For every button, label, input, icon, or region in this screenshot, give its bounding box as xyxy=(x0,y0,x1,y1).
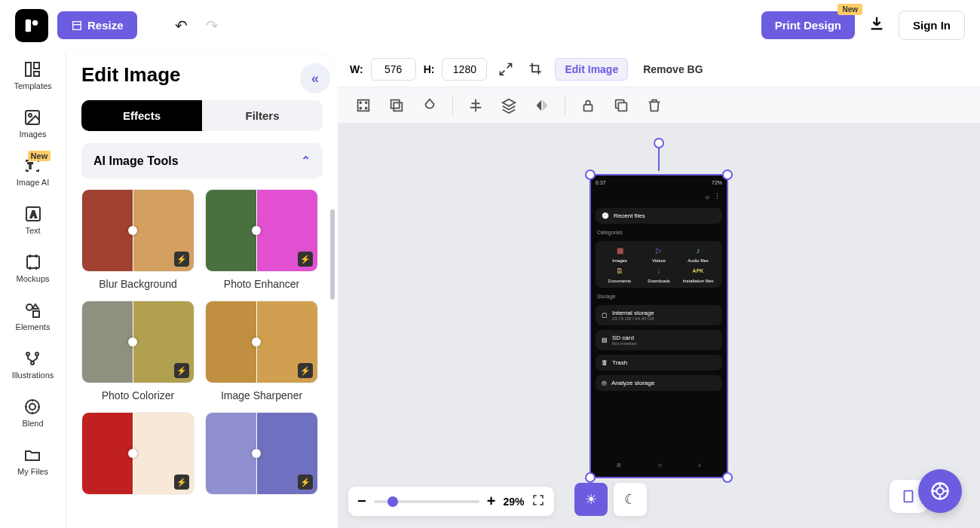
tool-photo-colorizer[interactable]: Photo Colorizer xyxy=(81,301,194,401)
leftnav: Templates Images New T Image AI A Text M… xyxy=(0,51,66,528)
tool-thumb xyxy=(205,301,318,383)
svg-point-30 xyxy=(936,487,943,494)
align-icon[interactable] xyxy=(462,92,489,119)
help-fab[interactable] xyxy=(918,469,962,513)
new-badge: New xyxy=(838,4,862,15)
tool-card[interactable] xyxy=(205,412,318,495)
svg-rect-11 xyxy=(27,256,39,268)
resize-handle[interactable] xyxy=(722,472,733,483)
tool-card[interactable] xyxy=(81,412,194,495)
svg-point-18 xyxy=(29,404,35,410)
tool-photo-enhancer[interactable]: Photo Enhancer xyxy=(205,189,318,290)
flip-icon[interactable] xyxy=(528,92,556,119)
zoom-slider[interactable] xyxy=(374,500,479,503)
layers-icon[interactable] xyxy=(495,92,522,119)
nav-image-ai[interactable]: New T Image AI xyxy=(14,155,52,188)
light-mode-button[interactable]: ☀ xyxy=(574,483,608,516)
signin-button[interactable]: Sign In xyxy=(899,11,965,40)
lock-icon[interactable] xyxy=(574,92,602,119)
chevron-up-icon: ⌃ xyxy=(301,154,311,168)
crop-icon[interactable] xyxy=(525,58,547,81)
opacity-icon[interactable] xyxy=(416,92,443,119)
resize-label: Resize xyxy=(87,19,124,32)
resize-button[interactable]: Resize xyxy=(57,11,137,39)
svg-point-17 xyxy=(26,400,39,414)
duplicate-icon[interactable] xyxy=(608,92,635,119)
rotate-handle[interactable] xyxy=(654,138,664,148)
canvas-image: 6:3772% ⌕⋮ 🕘Recent files Categories ▦Ima… xyxy=(591,175,727,477)
svg-rect-3 xyxy=(26,63,31,76)
nav-elements[interactable]: Elements xyxy=(13,300,54,333)
tool-thumb xyxy=(81,189,194,272)
position-icon[interactable] xyxy=(350,92,377,119)
nav-images[interactable]: Images xyxy=(16,107,49,140)
svg-point-22 xyxy=(360,107,361,108)
svg-text:T: T xyxy=(28,162,32,170)
tab-effects[interactable]: Effects xyxy=(81,100,202,131)
height-label: H: xyxy=(424,63,435,75)
fullscreen-icon[interactable] xyxy=(531,493,545,510)
width-label: W: xyxy=(350,63,363,75)
height-input[interactable] xyxy=(442,58,487,81)
panel-title: Edit Image xyxy=(81,63,323,87)
redo-button[interactable]: ↷ xyxy=(201,12,223,39)
svg-point-14 xyxy=(26,353,29,356)
app-logo[interactable] xyxy=(15,9,48,42)
svg-point-23 xyxy=(366,107,367,108)
nav-templates[interactable]: Templates xyxy=(11,59,54,92)
canvas-topbar: W: H: Edit Image Remove BG xyxy=(338,51,980,87)
selection[interactable]: 6:3772% ⌕⋮ 🕘Recent files Categories ▦Ima… xyxy=(590,174,728,478)
tool-thumb xyxy=(81,301,194,383)
svg-rect-24 xyxy=(391,99,400,108)
scrollbar[interactable] xyxy=(330,209,335,405)
tool-blur-background[interactable]: Blur Background xyxy=(81,189,194,290)
sidepanel: Edit Image « Effects Filters AI Image To… xyxy=(66,51,338,528)
resize-handle[interactable] xyxy=(585,472,596,483)
canvas-viewport[interactable]: 6:3772% ⌕⋮ 🕘Recent files Categories ▦Ima… xyxy=(338,124,980,528)
dark-mode-button[interactable]: ☾ xyxy=(614,483,647,516)
svg-point-16 xyxy=(31,362,34,365)
svg-point-21 xyxy=(366,102,367,103)
svg-rect-25 xyxy=(394,102,402,111)
resize-handle[interactable] xyxy=(722,169,733,180)
svg-text:A: A xyxy=(30,209,37,220)
tab-filters[interactable]: Filters xyxy=(202,100,323,131)
expand-icon[interactable] xyxy=(495,58,517,81)
svg-point-15 xyxy=(35,353,38,356)
delete-icon[interactable] xyxy=(641,92,668,119)
svg-rect-26 xyxy=(584,105,593,111)
topbar: Resize ↶ ↷ Print Design New Sign In xyxy=(0,0,980,51)
accordion-ai-tools[interactable]: AI Image Tools ⌃ xyxy=(81,143,323,179)
more-icon: ⋮ xyxy=(714,193,721,200)
svg-rect-28 xyxy=(905,491,913,502)
tool-image-sharpener[interactable]: Image Sharpener xyxy=(205,301,318,401)
edit-image-button[interactable]: Edit Image xyxy=(555,58,628,81)
resize-handle[interactable] xyxy=(585,169,596,180)
nav-text[interactable]: A Text xyxy=(21,203,45,237)
canvas-toolbar xyxy=(338,87,980,124)
svg-rect-0 xyxy=(26,19,31,32)
collapse-panel-button[interactable]: « xyxy=(300,63,330,93)
svg-rect-19 xyxy=(358,99,369,111)
nav-blend[interactable]: Blend xyxy=(19,396,46,429)
download-button[interactable] xyxy=(864,11,890,40)
nav-illustrations[interactable]: Illustrations xyxy=(9,348,57,381)
undo-button[interactable]: ↶ xyxy=(170,12,192,39)
svg-rect-2 xyxy=(73,21,81,29)
tool-thumb xyxy=(205,189,318,272)
width-input[interactable] xyxy=(371,58,416,81)
svg-point-20 xyxy=(360,102,361,103)
tool-thumb xyxy=(81,412,194,495)
canvas-area: W: H: Edit Image Remove BG xyxy=(338,51,980,528)
remove-bg-button[interactable]: Remove BG xyxy=(635,59,710,80)
zoom-in-button[interactable]: + xyxy=(487,493,496,510)
svg-rect-4 xyxy=(34,63,39,69)
copy-icon[interactable] xyxy=(383,92,410,119)
svg-point-7 xyxy=(29,114,32,117)
zoom-out-button[interactable]: − xyxy=(357,493,366,510)
zoom-value: 29% xyxy=(503,496,524,508)
print-design-button[interactable]: Print Design New xyxy=(761,11,855,39)
nav-mockups[interactable]: Mockups xyxy=(13,252,52,285)
nav-my-files[interactable]: My Files xyxy=(14,444,51,478)
svg-rect-13 xyxy=(33,311,39,317)
